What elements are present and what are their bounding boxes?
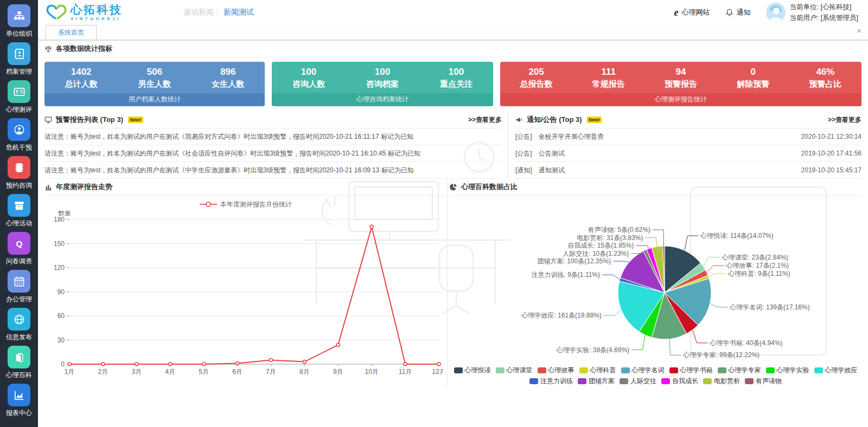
sidebar-item-book[interactable]: 心理百科 [0, 346, 38, 380]
pie-label: 有声读物: 5条(0.62%) [588, 226, 650, 234]
sidebar-item-archive-box[interactable]: 心理活动 [0, 194, 38, 228]
pie-label: 心理课堂: 23条(2.84%) [722, 254, 788, 261]
psych-website-label: 心理网站 [682, 8, 710, 17]
legend-item[interactable]: 心理故事 [538, 366, 575, 375]
warning-row[interactable]: 请注意：账号为test，姓名为测试的用户在测试《社会适应性自评问卷》时出现3级预… [44, 145, 502, 162]
sidebar-item-label: 问卷调查 [6, 257, 32, 266]
avatar[interactable] [766, 3, 786, 22]
legend-item[interactable]: 心理科普 [579, 366, 616, 375]
sidebar-item-question[interactable]: Q问卷调查 [0, 232, 38, 266]
stat-item: 0解除预警 [717, 67, 789, 89]
legend-label: 心理学实验 [777, 366, 809, 375]
legend-swatch [529, 378, 538, 384]
line-point [169, 363, 172, 366]
sidebar-item-label: 心理测评 [6, 105, 32, 114]
stat-value: 896 [192, 67, 265, 77]
legend-label: 团辅方案 [589, 377, 615, 386]
notification-link[interactable]: 通知 [725, 8, 751, 17]
stat-item: 111常规报告 [572, 67, 644, 89]
stat-item: 1402总计人数 [44, 67, 118, 89]
notice-row[interactable]: [通知]通知测试2019-10-20 15:45:17 [515, 162, 861, 179]
sidebar-item-id-card[interactable]: 心理测评 [0, 80, 38, 114]
svg-text:4月: 4月 [165, 368, 175, 376]
line-point [101, 363, 105, 366]
legend-item[interactable]: 有声读物 [745, 377, 782, 386]
legend-item[interactable]: 心理学书籍 [669, 366, 713, 375]
line-legend-label: 本年度测评报告月份统计 [220, 200, 292, 209]
notice-panel: 通知/公告 (Top 3) New! >>查看更多 [公告]全校开学开展心理普查… [507, 112, 861, 179]
notice-row[interactable]: [公告]全校开学开展心理普查2020-10-21 12:30:14 [515, 128, 861, 145]
sidebar-item-org-chart[interactable]: 单位组织 [0, 4, 38, 38]
pie-label: 心理学名词: 139条(17.16%) [729, 303, 809, 311]
stat-value: 0 [717, 67, 789, 77]
tab-system-home[interactable]: 系统首页 [46, 25, 97, 40]
warning-row[interactable]: 请注意：账号为test，姓名为测试的用户在测试《中学生应激源量表》时出现3级预警… [44, 162, 502, 179]
monthly-report-line-chart[interactable]: 0306090120150180数量1月2月3月4月5月6月7月8月9月10月1… [44, 211, 443, 383]
encyclopedia-pie-chart[interactable]: 心理悦读: 114条(14.07%)心理课堂: 23条(2.84%)心理故事: … [450, 196, 859, 365]
notice-more-link[interactable]: >>查看更多 [828, 115, 861, 125]
legend-label: 心理学效应 [825, 366, 858, 375]
megaphone-icon [515, 116, 523, 124]
legend-label: 心理故事 [548, 366, 575, 375]
legend-item[interactable]: 心理学实验 [766, 366, 809, 375]
monitor-icon [44, 116, 52, 124]
tabbar: 系统首页 × [38, 25, 868, 41]
legend-item[interactable]: 电影赏析 [703, 377, 740, 386]
sidebar-item-calendar[interactable]: 办公管理 [0, 270, 38, 304]
notice-row[interactable]: [公告]公告测试2019-10-20 17:41:56 [515, 145, 861, 162]
notice-tag: [公告] [515, 132, 532, 141]
sidebar-item-globe[interactable]: 信息发布 [0, 308, 38, 342]
avatar-icon [766, 3, 786, 22]
svg-text:3月: 3月 [131, 368, 142, 376]
sidebar-item-address-book[interactable]: 档案管理 [0, 42, 38, 76]
legend-item[interactable]: 心理学专家 [718, 366, 761, 375]
scrolling-news: 滚动新闻： 新闻测试 [183, 8, 254, 17]
legend-label: 电影赏析 [714, 377, 740, 386]
legend-item[interactable]: 心理悦读 [454, 366, 491, 375]
book-icon [8, 346, 30, 368]
legend-item[interactable]: 心理课堂 [496, 366, 533, 375]
new-badge: New! [128, 117, 143, 123]
line-legend[interactable]: 本年度测评报告月份统计 [44, 198, 447, 211]
stat-item: 896女生人数 [192, 67, 265, 89]
notice-tag: [公告] [515, 149, 532, 158]
legend-label: 注意力训练 [540, 377, 573, 386]
legend-swatch [579, 367, 588, 373]
legend-item[interactable]: 人际交往 [620, 377, 656, 386]
sidebar-item-appointment-book[interactable]: 预约咨询 [0, 156, 38, 190]
legend-item[interactable]: 心理学名词 [621, 366, 665, 375]
svg-text:12月: 12月 [432, 368, 443, 376]
legend-item[interactable]: 团辅方案 [578, 377, 615, 386]
legend-label: 心理学书籍 [680, 366, 713, 375]
legend-label: 心理悦读 [465, 366, 491, 375]
warning-row[interactable]: 请注意：账号为test，姓名为测试的用户在测试《简易应对方式问卷》时出现3级预警… [44, 128, 502, 145]
report-chart-icon [8, 384, 30, 406]
sidebar-item-label: 单位组织 [6, 29, 32, 38]
legend-item[interactable]: 注意力训练 [529, 377, 573, 386]
svg-text:150: 150 [54, 240, 65, 248]
news-label: 滚动新闻： [183, 8, 221, 17]
current-user: 当前用户: [系统管理员] [790, 12, 858, 23]
stat-label: 咨询档案 [346, 79, 419, 89]
legend-swatch [745, 378, 754, 384]
sidebar-item-report-chart[interactable]: 报表中心 [0, 384, 38, 418]
warning-panel-title: 预警报告列表 (Top 3) [56, 115, 123, 125]
calendar-icon [8, 270, 30, 293]
notice-tag: [通知] [515, 166, 532, 175]
stat-value: 100 [272, 67, 346, 77]
legend-label: 有声读物 [756, 377, 782, 386]
sidebar-item-user-circle[interactable]: 危机干预 [0, 118, 38, 152]
stat-card-footer: 心理测评报告统计 [500, 93, 861, 106]
pie-label: 心理悦读: 114条(14.07%) [700, 232, 774, 240]
brand-logo[interactable]: 心拓科技 XINTUOKEJI [46, 3, 123, 22]
legend-item[interactable]: 自我成长 [661, 377, 698, 386]
legend-swatch [661, 378, 670, 384]
warning-more-link[interactable]: >>查看更多 [468, 115, 502, 125]
stat-item: 100重点关注 [419, 67, 493, 89]
psych-website-link[interactable]: e 心理网站 [674, 7, 710, 18]
news-link[interactable]: 新闻测试 [224, 8, 254, 17]
scales-icon [44, 45, 52, 53]
legend-item[interactable]: 心理学效应 [814, 366, 858, 375]
close-icon[interactable]: × [857, 27, 861, 35]
stat-item: 100咨询人数 [272, 67, 346, 89]
